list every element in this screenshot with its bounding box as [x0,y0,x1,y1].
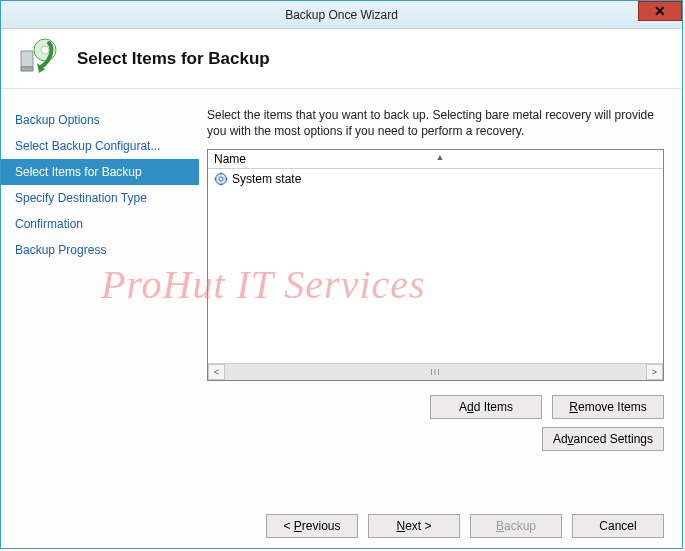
system-state-icon [214,172,228,186]
advanced-settings-button[interactable]: Advanced Settings [542,427,664,451]
window-title: Backup Once Wizard [1,8,682,22]
horizontal-scrollbar[interactable]: < III > [208,363,663,380]
backup-button: Backup [470,514,562,538]
step-backup-progress[interactable]: Backup Progress [1,237,199,263]
step-sidebar: Backup Options Select Backup Configurat.… [1,89,199,548]
header-band: Select Items for Backup [1,29,682,89]
sort-indicator-icon: ▲ [436,152,445,162]
step-backup-options[interactable]: Backup Options [1,107,199,133]
scroll-right-button[interactable]: > [646,364,663,380]
remove-items-button[interactable]: Remove Items [552,395,664,419]
previous-button[interactable]: < Previous [266,514,358,538]
items-listbox[interactable]: Name ▲ [207,149,664,381]
step-confirmation[interactable]: Confirmation [1,211,199,237]
add-items-button[interactable]: Add Items [430,395,542,419]
next-button[interactable]: Next > [368,514,460,538]
step-select-items[interactable]: Select Items for Backup [1,159,199,185]
titlebar: Backup Once Wizard ✕ [1,1,682,29]
list-item-label: System state [232,172,301,186]
svg-point-1 [41,46,49,54]
wizard-footer: < Previous Next > Backup Cancel [207,494,664,538]
step-destination-type[interactable]: Specify Destination Type [1,185,199,211]
scroll-track[interactable]: III [225,364,646,380]
list-body: System state [208,169,663,363]
column-header[interactable]: Name ▲ [208,150,663,169]
item-buttons-row: Add Items Remove Items [207,395,664,419]
list-item[interactable]: System state [212,171,659,187]
wizard-body: Backup Options Select Backup Configurat.… [1,89,682,548]
main-panel: Select the items that you want to back u… [199,89,682,548]
step-select-backup-config[interactable]: Select Backup Configurat... [1,133,199,159]
page-title: Select Items for Backup [77,49,270,69]
close-button[interactable]: ✕ [638,1,682,21]
svg-point-3 [219,177,223,181]
wizard-window: Backup Once Wizard ✕ Select Items for Ba… [0,0,683,549]
scroll-left-button[interactable]: < [208,364,225,380]
cancel-button[interactable]: Cancel [572,514,664,538]
instruction-text: Select the items that you want to back u… [207,107,664,139]
wizard-icon [15,37,59,81]
column-header-label: Name [214,152,246,166]
close-icon: ✕ [654,3,666,19]
advanced-row: Advanced Settings [207,427,664,451]
